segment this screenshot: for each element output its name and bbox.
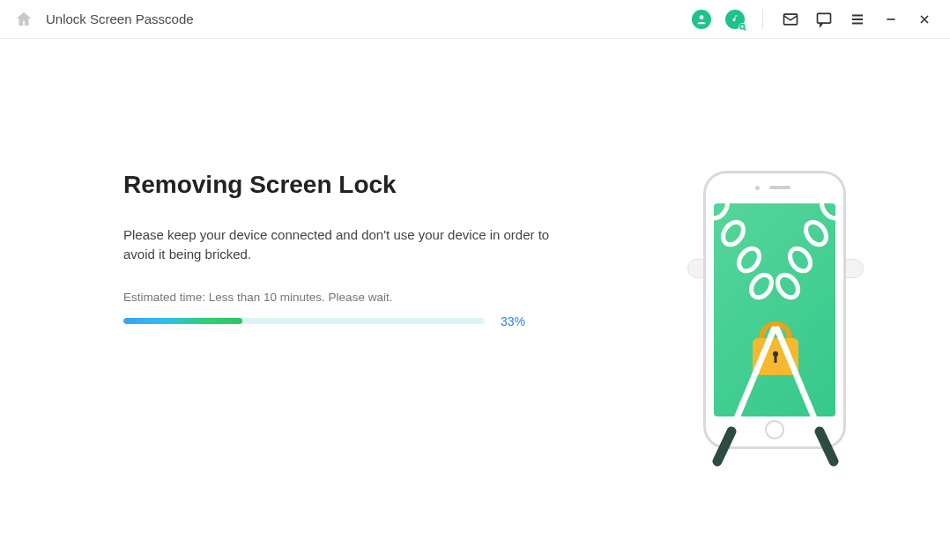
mail-icon[interactable] [781, 10, 800, 29]
svg-point-4 [709, 198, 731, 222]
divider [762, 10, 763, 29]
svg-point-11 [774, 271, 802, 301]
titlebar-right [692, 10, 934, 29]
heading: Removing Screen Lock [123, 171, 582, 199]
menu-icon[interactable] [848, 10, 867, 29]
svg-point-5 [719, 218, 747, 248]
instruction-text: Please keep your device connected and do… [123, 225, 555, 264]
svg-point-0 [700, 15, 704, 19]
music-search-icon[interactable] [725, 10, 745, 29]
phone-sensor [755, 186, 760, 190]
progress-percent: 33% [501, 314, 525, 328]
svg-point-1 [740, 24, 745, 28]
feedback-icon[interactable] [814, 10, 834, 29]
home-icon[interactable] [14, 10, 33, 29]
svg-line-16 [717, 431, 731, 461]
titlebar-left: Unlock Screen Passcode [14, 10, 194, 29]
main-content: Removing Screen Lock Please keep your de… [0, 39, 950, 470]
estimated-time: Estimated time: Less than 10 minutes. Pl… [123, 291, 582, 304]
titlebar: Unlock Screen Passcode [0, 0, 950, 39]
minimize-button[interactable] [881, 10, 901, 29]
progress-panel: Removing Screen Lock Please keep your de… [123, 171, 582, 328]
close-button[interactable] [915, 10, 934, 29]
svg-rect-3 [818, 13, 831, 23]
svg-line-17 [777, 329, 821, 435]
svg-point-10 [786, 245, 814, 275]
svg-point-9 [802, 218, 830, 248]
progress-bar [123, 318, 485, 324]
chain-right-icon [770, 198, 841, 330]
phone-earpiece [769, 186, 790, 189]
svg-point-8 [818, 198, 841, 222]
page-title: Unlock Screen Passcode [46, 11, 194, 26]
svg-line-18 [820, 431, 834, 461]
phone-illustration [687, 171, 864, 470]
chain-left-icon [709, 198, 779, 330]
lockpick-icon [705, 321, 846, 470]
svg-point-6 [735, 245, 763, 275]
progress-fill [123, 318, 242, 324]
progress-row: 33% [123, 314, 582, 328]
account-icon[interactable] [692, 10, 711, 29]
svg-line-15 [730, 329, 774, 435]
